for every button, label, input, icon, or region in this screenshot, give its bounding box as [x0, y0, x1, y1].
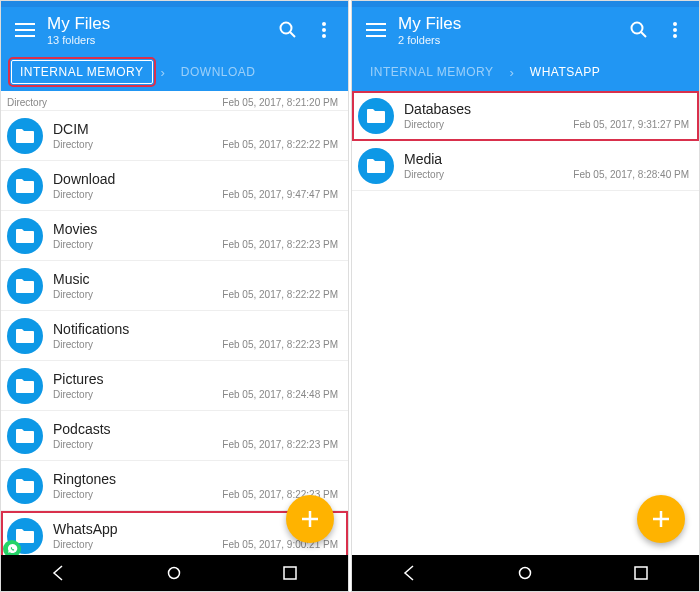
svg-rect-11: [635, 567, 647, 579]
row-time: Feb 05, 2017, 8:22:22 PM: [222, 139, 338, 150]
plus-icon: [651, 509, 671, 529]
row-text: NotificationsDirectoryFeb 05, 2017, 8:22…: [53, 321, 338, 350]
breadcrumb-internal-memory[interactable]: INTERNAL MEMORY: [362, 61, 502, 83]
folder-icon: [15, 378, 35, 394]
row-text: MusicDirectoryFeb 05, 2017, 8:22:22 PM: [53, 271, 338, 300]
breadcrumb-bar: INTERNAL MEMORY › WHATSAPP: [352, 53, 699, 91]
row-text: MoviesDirectoryFeb 05, 2017, 8:22:23 PM: [53, 221, 338, 250]
row-type: Directory: [404, 119, 444, 130]
back-icon: [402, 565, 418, 581]
folder-icon: [366, 108, 386, 124]
row-name: DCIM: [53, 121, 338, 137]
nav-recent[interactable]: [268, 559, 312, 587]
folder-icon: [366, 158, 386, 174]
nav-home[interactable]: [503, 559, 547, 587]
list-item[interactable]: MediaDirectoryFeb 05, 2017, 8:28:40 PM: [352, 141, 699, 191]
list-item[interactable]: PicturesDirectoryFeb 05, 2017, 8:24:48 P…: [1, 361, 348, 411]
row-time: Feb 05, 2017, 8:22:22 PM: [222, 289, 338, 300]
more-button[interactable]: [657, 12, 693, 48]
hamburger-icon: [15, 23, 35, 37]
row-type: Directory: [53, 539, 93, 550]
whatsapp-badge-icon: [3, 540, 21, 556]
row-name: Download: [53, 171, 338, 187]
folder-icon: [15, 528, 35, 544]
svg-point-3: [322, 34, 326, 38]
folder-circle-icon: [7, 268, 43, 304]
folder-circle-icon: [358, 148, 394, 184]
app-title: My Files: [47, 14, 270, 34]
back-icon: [51, 565, 67, 581]
list-item[interactable]: MoviesDirectoryFeb 05, 2017, 8:22:23 PM: [1, 211, 348, 261]
breadcrumb-internal-memory[interactable]: INTERNAL MEMORY: [11, 60, 153, 84]
fab-add[interactable]: [637, 495, 685, 543]
svg-rect-5: [284, 567, 296, 579]
row-type: Directory: [53, 489, 93, 500]
list-item[interactable]: DatabasesDirectoryFeb 05, 2017, 9:31:27 …: [352, 91, 699, 141]
search-button[interactable]: [270, 12, 306, 48]
row-text: PodcastsDirectoryFeb 05, 2017, 8:22:23 P…: [53, 421, 338, 450]
nav-recent[interactable]: [619, 559, 663, 587]
app-title: My Files: [398, 14, 621, 34]
folder-circle-icon: [7, 318, 43, 354]
folder-icon: [15, 278, 35, 294]
row-type: Directory: [53, 439, 93, 450]
svg-point-2: [322, 28, 326, 32]
list-item[interactable]: DCIMDirectoryFeb 05, 2017, 8:22:22 PM: [1, 111, 348, 161]
svg-point-9: [673, 34, 677, 38]
breadcrumb-whatsapp[interactable]: WHATSAPP: [522, 61, 608, 83]
folder-icon: [15, 428, 35, 444]
nav-back[interactable]: [37, 559, 81, 587]
app-subtitle: 13 folders: [47, 34, 270, 46]
more-button[interactable]: [306, 12, 342, 48]
fab-add[interactable]: [286, 495, 334, 543]
nav-home[interactable]: [152, 559, 196, 587]
search-button[interactable]: [621, 12, 657, 48]
row-time: Feb 05, 2017, 8:28:40 PM: [573, 169, 689, 180]
list-item[interactable]: PodcastsDirectoryFeb 05, 2017, 8:22:23 P…: [1, 411, 348, 461]
file-list[interactable]: Directory Feb 05, 2017, 8:21:20 PM DCIMD…: [1, 91, 348, 555]
row-type: Directory: [53, 289, 93, 300]
folder-circle-icon: [7, 468, 43, 504]
folder-circle-icon: [7, 118, 43, 154]
folder-circle-icon: [358, 98, 394, 134]
row-name: Movies: [53, 221, 338, 237]
app-title-block: My Files 2 folders: [394, 14, 621, 46]
folder-icon: [15, 128, 35, 144]
folder-icon: [15, 178, 35, 194]
row-type: Directory: [53, 189, 93, 200]
svg-point-0: [281, 23, 292, 34]
row-time: Feb 05, 2017, 9:47:47 PM: [222, 189, 338, 200]
row-time: Feb 05, 2017, 9:00:21 PM: [222, 539, 338, 550]
phone-left: My Files 13 folders INTERNAL MEMORY › DO…: [0, 0, 349, 592]
row-type: Directory: [53, 339, 93, 350]
row-text: DownloadDirectoryFeb 05, 2017, 9:47:47 P…: [53, 171, 338, 200]
app-subtitle: 2 folders: [398, 34, 621, 46]
folder-circle-icon: [7, 168, 43, 204]
svg-point-8: [673, 28, 677, 32]
android-nav-bar: [1, 555, 348, 591]
svg-point-10: [520, 568, 531, 579]
row-time: Feb 05, 2017, 8:22:23 PM: [222, 339, 338, 350]
list-item[interactable]: Directory Feb 05, 2017, 8:21:20 PM: [1, 91, 348, 111]
folder-icon: [15, 328, 35, 344]
row-type: Directory: [53, 139, 93, 150]
row-type: Directory: [53, 389, 93, 400]
menu-button[interactable]: [358, 12, 394, 48]
home-icon: [517, 565, 533, 581]
row-text: PicturesDirectoryFeb 05, 2017, 8:24:48 P…: [53, 371, 338, 400]
chevron-right-icon: ›: [161, 65, 165, 80]
list-item[interactable]: DownloadDirectoryFeb 05, 2017, 9:47:47 P…: [1, 161, 348, 211]
row-type: Directory: [404, 169, 444, 180]
row-name: Databases: [404, 101, 689, 117]
file-list[interactable]: DatabasesDirectoryFeb 05, 2017, 9:31:27 …: [352, 91, 699, 555]
home-icon: [166, 565, 182, 581]
row-type: Directory: [7, 97, 47, 108]
folder-circle-icon: [7, 218, 43, 254]
list-item[interactable]: NotificationsDirectoryFeb 05, 2017, 8:22…: [1, 311, 348, 361]
list-item[interactable]: MusicDirectoryFeb 05, 2017, 8:22:22 PM: [1, 261, 348, 311]
folder-icon: [15, 228, 35, 244]
breadcrumb-download[interactable]: DOWNLOAD: [173, 61, 264, 83]
nav-back[interactable]: [388, 559, 432, 587]
menu-button[interactable]: [7, 12, 43, 48]
android-nav-bar: [352, 555, 699, 591]
